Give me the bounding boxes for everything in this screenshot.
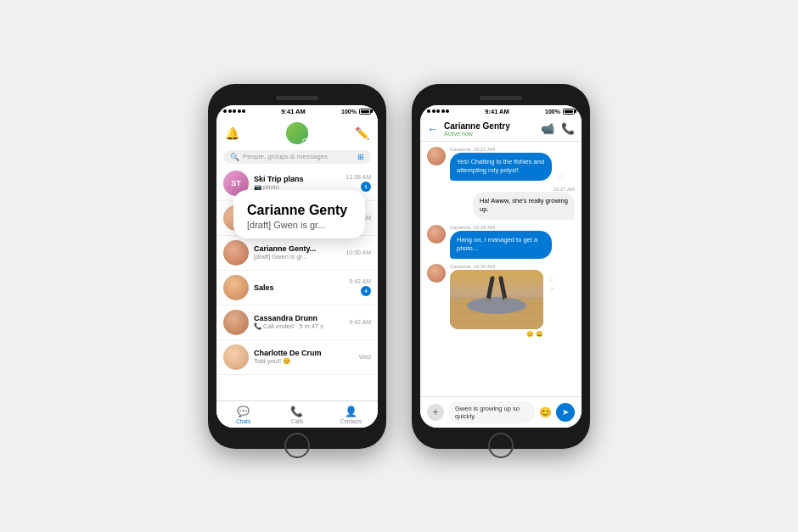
back-button[interactable]: ← xyxy=(427,122,439,136)
sender-avatar xyxy=(427,264,446,283)
online-indicator xyxy=(302,138,308,144)
photo-illustration xyxy=(450,270,543,329)
unread-badge: 4 xyxy=(361,286,371,296)
chat-list-header: 🔔 ✏️ xyxy=(216,117,378,148)
calls-label: Calls xyxy=(291,418,303,424)
reaction-icon[interactable]: ☺ xyxy=(558,173,565,181)
chat-name: Charlotte De Crum xyxy=(254,349,354,357)
search-bar[interactable]: 🔍 People, groups & messages ⊞ xyxy=(223,150,371,164)
left-screen: 9:41 AM 100% 🔔 ✏️ 🔍 People, groups & mes… xyxy=(216,105,378,428)
message-row: Carianne, 10:27 AM Yes! Chatting to the … xyxy=(427,147,575,181)
list-item[interactable]: Charlotte De Crum Told you!! 😊 Wed xyxy=(216,340,378,375)
chat-preview: Told you!! 😊 xyxy=(254,357,354,365)
svg-point-4 xyxy=(467,297,526,314)
right-phone: 9:41 AM 100% ← Carianne Gentry Active no… xyxy=(412,84,590,449)
left-phone: 9:41 AM 100% 🔔 ✏️ 🔍 People, groups & mes… xyxy=(208,84,386,449)
chat-time: 11:08 AM xyxy=(346,174,371,180)
edit-icon[interactable]: ✏️ xyxy=(355,126,369,140)
chat-name: Ski Trip plans xyxy=(254,175,340,183)
chat-content: Cassandra Drunn 📞 Call ended · 5 m 47 s xyxy=(254,314,344,330)
nav-chats[interactable]: 💬 Chats xyxy=(216,401,270,428)
message-row: 10:27 AM Ha! Awww, she's really growing … xyxy=(427,186,575,220)
reaction-face-1: 😊 xyxy=(526,331,534,338)
chat-content: Carianne Genty... [draft] Gwen is gr... xyxy=(254,244,340,260)
svg-line-5 xyxy=(488,278,492,300)
home-button-left[interactable] xyxy=(284,433,310,458)
phone-speaker xyxy=(276,96,318,100)
send-button[interactable]: ➤ xyxy=(556,403,575,422)
message-sender-label: Carianne, 10:27 AM xyxy=(450,147,552,152)
chat-name: Carianne Genty... xyxy=(254,244,340,253)
signal-dots xyxy=(223,109,245,113)
emoji-reactions: 😊 😀 xyxy=(450,331,543,338)
emoji-picker-button[interactable]: 😊 xyxy=(539,406,552,418)
message-sender-label: Carianne, 10:30 AM xyxy=(450,264,543,269)
avatar xyxy=(223,275,249,300)
message-input-area: + Gwen is growing up so quickly. 😊 ➤ xyxy=(420,396,582,428)
chats-label: Chats xyxy=(236,418,250,424)
chat-name: Cassandra Drunn xyxy=(254,314,344,322)
chat-meta: 11:08 AM 1 xyxy=(346,174,371,192)
chat-content: Ski Trip plans 📷 photo xyxy=(254,175,340,191)
home-button-right[interactable] xyxy=(488,433,514,458)
search-icon: 🔍 xyxy=(230,153,239,161)
add-attachment-button[interactable]: + xyxy=(427,404,444,421)
share-icon[interactable]: ↗ xyxy=(548,286,554,294)
chat-content: Sales xyxy=(254,283,344,292)
messages-area: Carianne, 10:27 AM Yes! Chatting to the … xyxy=(420,142,582,396)
contacts-label: Contacts xyxy=(340,418,362,424)
battery-percent-right: 100% xyxy=(545,109,560,115)
phone-speaker-right xyxy=(480,96,522,100)
right-screen: 9:41 AM 100% ← Carianne Gentry Active no… xyxy=(420,105,582,428)
status-time-left: 9:41 AM xyxy=(281,108,305,115)
avatar-face xyxy=(223,310,249,335)
audio-call-icon[interactable]: 📞 xyxy=(561,122,575,135)
reaction-face-2: 😀 xyxy=(536,331,543,338)
battery-percent-left: 100% xyxy=(341,109,357,115)
chat-meta: 9:42 AM 4 xyxy=(349,278,371,296)
search-placeholder: People, groups & messages xyxy=(243,153,354,160)
chat-meta: Wed xyxy=(359,354,371,360)
avatar xyxy=(223,310,249,335)
chat-content: Charlotte De Crum Told you!! 😊 xyxy=(254,349,354,365)
avatar xyxy=(223,240,249,266)
message-col: 10:27 AM Ha! Awww, she's really growing … xyxy=(473,186,575,220)
contact-status: Active now xyxy=(444,131,536,137)
tooltip-preview: [draft] Gwen is gr... xyxy=(247,220,351,230)
list-item[interactable]: Carianne Genty... [draft] Gwen is gr... … xyxy=(216,236,378,271)
bell-icon[interactable]: 🔔 xyxy=(225,126,239,140)
emoji-reaction-icon[interactable]: ☺ xyxy=(548,276,554,283)
svg-line-6 xyxy=(501,278,505,300)
message-bubble: Hang on, I managed to get a photo... xyxy=(450,231,552,259)
chat-name: Sales xyxy=(254,283,344,292)
list-item[interactable]: Sales 9:42 AM 4 xyxy=(216,271,378,305)
list-item[interactable]: Cassandra Drunn 📞 Call ended · 5 m 47 s … xyxy=(216,305,378,340)
svg-point-8 xyxy=(503,298,510,303)
avatar-face xyxy=(223,275,249,300)
phones-container: 9:41 AM 100% 🔔 ✏️ 🔍 People, groups & mes… xyxy=(208,84,590,449)
chat-preview: 📞 Call ended · 5 m 47 s xyxy=(254,322,344,330)
video-call-icon[interactable]: 📹 xyxy=(541,122,554,135)
unread-badge: 1 xyxy=(361,182,371,192)
message-input[interactable]: Gwen is growing up so quickly. xyxy=(448,401,535,423)
nav-contacts[interactable]: 👤 Contacts xyxy=(324,401,378,428)
sender-avatar xyxy=(427,147,446,165)
nav-calls[interactable]: 📞 Calls xyxy=(270,401,323,428)
battery-area-right: 100% xyxy=(545,109,575,115)
avatar xyxy=(223,344,249,370)
chat-time: 9:42 AM xyxy=(349,319,371,325)
my-avatar[interactable] xyxy=(286,122,308,144)
message-time: 10:27 AM xyxy=(473,187,575,192)
filter-icon[interactable]: ⊞ xyxy=(357,153,364,161)
message-bubble: Yes! Chatting to the fishies and attempt… xyxy=(450,153,552,181)
photo-message[interactable] xyxy=(450,270,543,329)
message-col: Carianne, 10:28 AM Hang on, I managed to… xyxy=(450,225,552,259)
message-row: Carianne, 10:28 AM Hang on, I managed to… xyxy=(427,225,575,259)
chat-preview: [draft] Gwen is gr... xyxy=(254,253,340,260)
signal-dots-right xyxy=(427,109,449,113)
message-sender-label: Carianne, 10:28 AM xyxy=(450,225,552,230)
bottom-nav: 💬 Chats 📞 Calls 👤 Contacts xyxy=(216,400,378,428)
photo-scene xyxy=(450,270,543,329)
battery-icon-right xyxy=(563,109,575,115)
avatar-face xyxy=(427,147,446,165)
